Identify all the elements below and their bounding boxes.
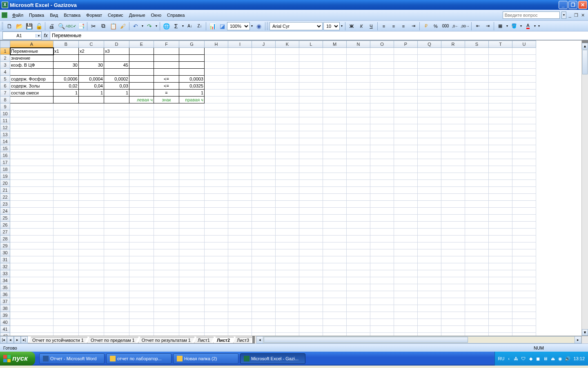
cell-R38[interactable] xyxy=(441,305,465,312)
cell-P3[interactable] xyxy=(394,62,418,69)
cell-P19[interactable] xyxy=(394,173,418,180)
cell-Q33[interactable] xyxy=(418,270,441,277)
cell-B13[interactable] xyxy=(53,131,79,138)
cell-K4[interactable] xyxy=(276,69,299,76)
cell-O16[interactable] xyxy=(370,152,394,159)
row-header-22[interactable]: 22 xyxy=(0,194,10,201)
cell-S20[interactable] xyxy=(465,180,489,187)
cell-S34[interactable] xyxy=(465,277,489,284)
cell-M12[interactable] xyxy=(323,124,347,131)
row-header-31[interactable]: 31 xyxy=(0,256,10,263)
tray-shield-icon[interactable]: 🛡 xyxy=(520,356,526,362)
cell-D9[interactable] xyxy=(104,103,129,110)
cell-F35[interactable] xyxy=(154,284,179,291)
cell-M11[interactable] xyxy=(323,117,347,124)
cell-N3[interactable] xyxy=(347,62,370,69)
doc-close-button[interactable]: ✕ xyxy=(580,13,586,18)
cell-E11[interactable] xyxy=(129,117,154,124)
col-header-U[interactable]: U xyxy=(512,41,536,48)
cell-L12[interactable] xyxy=(299,124,323,131)
cell-O13[interactable] xyxy=(370,131,394,138)
cell-L13[interactable] xyxy=(299,131,323,138)
cell-R24[interactable] xyxy=(441,208,465,215)
cell-I38[interactable] xyxy=(228,305,252,312)
cell-N24[interactable] xyxy=(347,208,370,215)
cell-N12[interactable] xyxy=(347,124,370,131)
cell-S26[interactable] xyxy=(465,222,489,229)
cell-S41[interactable] xyxy=(465,326,489,333)
cell-B3[interactable]: 30 xyxy=(53,62,79,69)
cell-N10[interactable] xyxy=(347,110,370,117)
cell-S18[interactable] xyxy=(465,166,489,173)
cell-U2[interactable] xyxy=(512,55,536,62)
menu-format[interactable]: Формат xyxy=(84,12,105,18)
cell-T9[interactable] xyxy=(489,103,512,110)
cell-F22[interactable] xyxy=(154,194,179,201)
cell-H38[interactable] xyxy=(205,305,228,312)
cell-B36[interactable] xyxy=(53,291,79,298)
cell-S12[interactable] xyxy=(465,124,489,131)
cell-B27[interactable] xyxy=(53,229,79,236)
cell-N42[interactable] xyxy=(347,333,370,336)
cell-G14[interactable] xyxy=(179,138,205,145)
cell-J35[interactable] xyxy=(252,284,276,291)
cell-Q39[interactable] xyxy=(418,312,441,319)
cell-Q22[interactable] xyxy=(418,194,441,201)
cell-R29[interactable] xyxy=(441,242,465,249)
cell-N16[interactable] xyxy=(347,152,370,159)
row-header-19[interactable]: 19 xyxy=(0,173,10,180)
tray-lang[interactable]: RU xyxy=(498,356,505,361)
row-header-3[interactable]: 3 xyxy=(0,62,10,69)
cell-B32[interactable] xyxy=(53,263,79,270)
cell-F2[interactable] xyxy=(154,55,179,62)
cell-D32[interactable] xyxy=(104,263,129,270)
cell-F28[interactable] xyxy=(154,236,179,242)
cell-N6[interactable] xyxy=(347,83,370,90)
cell-F30[interactable] xyxy=(154,249,179,256)
cell-R16[interactable] xyxy=(441,152,465,159)
cell-Q21[interactable] xyxy=(418,187,441,194)
cell-I3[interactable] xyxy=(228,62,252,69)
cell-B19[interactable] xyxy=(53,173,79,180)
cell-R31[interactable] xyxy=(441,256,465,263)
cell-J10[interactable] xyxy=(252,110,276,117)
cell-J27[interactable] xyxy=(252,229,276,236)
cell-K38[interactable] xyxy=(276,305,299,312)
cell-C9[interactable] xyxy=(79,103,104,110)
cell-A7[interactable]: состав смеси xyxy=(10,90,53,96)
cell-H7[interactable] xyxy=(205,90,228,96)
col-header-M[interactable]: M xyxy=(323,41,347,48)
cell-Q37[interactable] xyxy=(418,298,441,305)
scroll-up-button[interactable]: ▲ xyxy=(582,43,588,49)
cell-N29[interactable] xyxy=(347,242,370,249)
cell-F1[interactable] xyxy=(154,48,179,55)
cell-S42[interactable] xyxy=(465,333,489,336)
sheet-tab-2[interactable]: Отчет по результатам 1 xyxy=(138,337,194,343)
row-header-15[interactable]: 15 xyxy=(0,145,10,152)
chart-wizard-button[interactable]: 📊 xyxy=(208,22,217,31)
cell-P9[interactable] xyxy=(394,103,418,110)
cell-C29[interactable] xyxy=(79,242,104,249)
cell-N22[interactable] xyxy=(347,194,370,201)
cell-K20[interactable] xyxy=(276,180,299,187)
cell-K22[interactable] xyxy=(276,194,299,201)
cell-J28[interactable] xyxy=(252,236,276,242)
cell-D35[interactable] xyxy=(104,284,129,291)
cell-P16[interactable] xyxy=(394,152,418,159)
cell-E38[interactable] xyxy=(129,305,154,312)
cell-R28[interactable] xyxy=(441,236,465,242)
cell-Q7[interactable] xyxy=(418,90,441,96)
cell-U34[interactable] xyxy=(512,277,536,284)
cell-M5[interactable] xyxy=(323,76,347,83)
cell-F26[interactable] xyxy=(154,222,179,229)
cell-E3[interactable] xyxy=(129,62,154,69)
cell-M2[interactable] xyxy=(323,55,347,62)
row-header-6[interactable]: 6 xyxy=(0,83,10,90)
cell-I9[interactable] xyxy=(228,103,252,110)
cell-H16[interactable] xyxy=(205,152,228,159)
cell-Q8[interactable] xyxy=(418,96,441,103)
cell-T26[interactable] xyxy=(489,222,512,229)
cell-K40[interactable] xyxy=(276,319,299,326)
cell-G20[interactable] xyxy=(179,180,205,187)
cell-C40[interactable] xyxy=(79,319,104,326)
